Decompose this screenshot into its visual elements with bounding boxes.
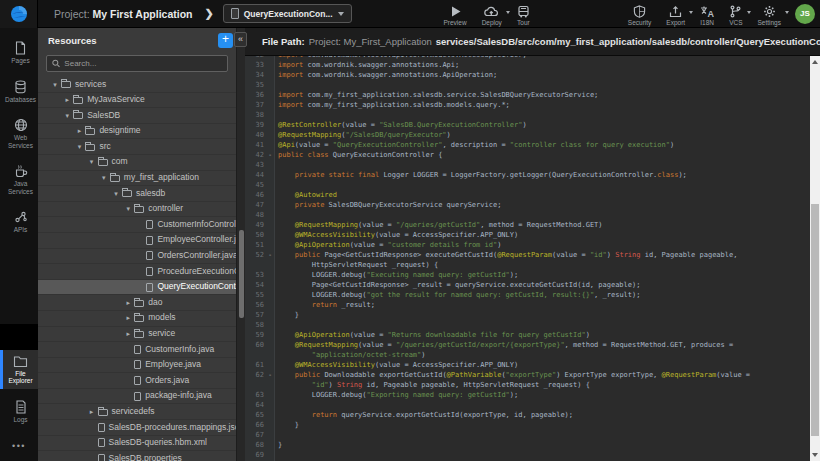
expand-arrow-icon[interactable]: ▾	[86, 155, 98, 170]
add-resource-button[interactable]: +	[218, 33, 233, 48]
expand-arrow-icon[interactable]: ▾	[73, 139, 85, 154]
code-line[interactable]: 40@RequestMapping("/SalesDB/queryExecuto…	[245, 130, 810, 140]
tree-item[interactable]: ▸designtime	[38, 124, 236, 140]
tree-item[interactable]: package-info.java	[38, 389, 236, 405]
search-box[interactable]	[46, 55, 228, 72]
code-line[interactable]: 58	[245, 320, 810, 330]
tree-item[interactable]: CustomerInfoController.java	[38, 217, 236, 233]
code-line[interactable]: 33import com.wordnik.swagger.annotations…	[245, 60, 810, 70]
search-input[interactable]	[64, 59, 222, 68]
tree-item[interactable]: OrdersController.java	[38, 249, 236, 265]
tree-item[interactable]: ProcedureExecutionController.java	[38, 264, 236, 280]
code-line[interactable]: 42-public class QueryExecutionController…	[245, 150, 810, 160]
code-line[interactable]: 66 }	[245, 420, 810, 430]
code-line[interactable]: 57 }	[245, 310, 810, 320]
code-line[interactable]: 56 return _result;	[245, 300, 810, 310]
tree-item[interactable]: EmployeeController.java	[38, 233, 236, 249]
rail-item-apis[interactable]: APIs	[0, 205, 38, 238]
collapse-arrow-icon[interactable]: ▸	[61, 93, 73, 108]
code-line[interactable]: 47 private SalesDBQueryExecutorService q…	[245, 200, 810, 210]
code-line[interactable]: 39@RestController(value = "SalesDB.Query…	[245, 120, 810, 130]
code-line[interactable]: 63 LOGGER.debug("Exporting named query: …	[245, 390, 810, 400]
tree-scrollbar[interactable]	[239, 230, 244, 318]
app-logo[interactable]	[0, 0, 38, 28]
code-line[interactable]: 44 private static final Logger LOGGER = …	[245, 170, 810, 180]
code-line[interactable]: 48	[245, 210, 810, 220]
rail-item-databases[interactable]: Databases	[0, 75, 38, 108]
code-line[interactable]: 36import com.my_first_application.salesd…	[245, 90, 810, 100]
tree-item[interactable]: Employee.java	[38, 358, 236, 374]
code-line[interactable]: 65 return queryService.exportGetCustId(e…	[245, 410, 810, 420]
preview-button[interactable]: Preview	[444, 1, 467, 26]
rail-item-java-services[interactable]: Java Services	[0, 159, 38, 199]
tree-item[interactable]: ▸dao	[38, 295, 236, 311]
code-line[interactable]: 62- public Downloadable exportGetCustId(…	[245, 370, 810, 380]
code-line[interactable]: 46 @Autowired	[245, 190, 810, 200]
collapse-arrow-icon[interactable]: ▸	[73, 124, 85, 139]
code-editor[interactable]: 32import com.wavemaker.tools.api.core.mo…	[245, 56, 810, 461]
code-line[interactable]: 64	[245, 400, 810, 410]
code-line[interactable]: 60 @RequestMapping(value = "/queries/get…	[245, 340, 810, 350]
tree-item[interactable]: ▾controller	[38, 202, 236, 218]
security-button[interactable]: Security	[628, 1, 651, 26]
rail-item-web-services[interactable]: Web Services	[0, 113, 38, 153]
expand-arrow-icon[interactable]: ▾	[49, 77, 61, 92]
fold-marker[interactable]: -	[267, 370, 276, 380]
editor-scrollbar[interactable]	[810, 56, 820, 461]
code-line[interactable]: 61 @WMAccessVisibility(value = AccessSpe…	[245, 360, 810, 370]
deploy-button[interactable]: Deploy	[482, 1, 502, 26]
code-line[interactable]: 50 @WMAccessVisibility(value = AccessSpe…	[245, 230, 810, 240]
tree-item[interactable]: ▾com	[38, 155, 236, 171]
tree-item[interactable]: ▾services	[38, 77, 236, 93]
code-line[interactable]: 35	[245, 80, 810, 90]
tree-item[interactable]: SalesDB-queries.hbm.xml	[38, 436, 236, 452]
i18n-button[interactable]: A I18N	[700, 1, 714, 26]
tree-item[interactable]: ▸MyJavaService	[38, 93, 236, 109]
settings-button[interactable]: Settings	[758, 1, 782, 26]
code-line[interactable]: 69	[245, 450, 810, 460]
user-avatar[interactable]: JS	[795, 4, 815, 24]
rail-item-file-explorer[interactable]: File Explorer	[0, 350, 38, 389]
collapse-arrow-icon[interactable]: ▸	[122, 311, 134, 326]
code-line[interactable]: 41@Api(value = "QueryExecutionController…	[245, 140, 810, 150]
expand-arrow-icon[interactable]: ▾	[110, 186, 122, 201]
code-line[interactable]: 38	[245, 110, 810, 120]
scroll-up-arrow-icon[interactable]	[812, 60, 818, 64]
scroll-down-arrow-icon[interactable]	[812, 453, 818, 457]
tree-item[interactable]: ▾my_first_application	[38, 171, 236, 187]
code-line[interactable]: 68}	[245, 440, 810, 450]
open-file-dropdown[interactable]: QueryExecutionCon...	[223, 4, 352, 23]
code-line[interactable]: "application/octet-stream")	[245, 350, 810, 360]
vcs-button[interactable]: VCS	[729, 1, 742, 26]
tree-item[interactable]: QueryExecutionController.java	[38, 280, 236, 296]
tree-item[interactable]: SalesDB-procedures.mappings.json	[38, 420, 236, 436]
expand-arrow-icon[interactable]: ▾	[122, 202, 134, 217]
collapse-panel-button[interactable]: «	[234, 32, 247, 47]
tree-item[interactable]: Orders.java	[38, 373, 236, 389]
tree-item[interactable]: ▾salesdb	[38, 186, 236, 202]
rail-item-logs[interactable]: Logs	[0, 395, 38, 428]
code-line[interactable]: 34import com.wordnik.swagger.annotations…	[245, 70, 810, 80]
fold-marker[interactable]: -	[267, 250, 276, 260]
code-line[interactable]: 49 @RequestMapping(value = "/queries/get…	[245, 220, 810, 230]
collapse-arrow-icon[interactable]: ▸	[122, 327, 134, 342]
tree-item[interactable]: SalesDB.properties	[38, 451, 236, 461]
code-line[interactable]: 37import com.my_first_application.salesd…	[245, 100, 810, 110]
code-line[interactable]: 45	[245, 180, 810, 190]
expand-arrow-icon[interactable]: ▾	[61, 108, 73, 123]
collapse-arrow-icon[interactable]: ▸	[86, 404, 98, 419]
code-line[interactable]: 53 LOGGER.debug("Executing named query: …	[245, 270, 810, 280]
tree-item[interactable]: ▾SalesDB	[38, 108, 236, 124]
code-line[interactable]: 54 Page<GetCustIdResponse> _result = que…	[245, 280, 810, 290]
tree-item[interactable]: ▸models	[38, 311, 236, 327]
code-line[interactable]: 51 @ApiOperation(value = "customer detai…	[245, 240, 810, 250]
code-line[interactable]: 67	[245, 430, 810, 440]
tree-item[interactable]: CustomerInfo.java	[38, 342, 236, 358]
code-line[interactable]: 43	[245, 160, 810, 170]
code-line[interactable]: HttpServletRequest _request) {	[245, 260, 810, 270]
code-line[interactable]: 59 @ApiOperation(value = "Returns downlo…	[245, 330, 810, 340]
tour-button[interactable]: Tour	[517, 1, 530, 26]
rail-item-pages[interactable]: Pages	[0, 36, 38, 69]
tree-item[interactable]: ▾src	[38, 139, 236, 155]
scrollbar-thumb[interactable]	[811, 204, 819, 436]
